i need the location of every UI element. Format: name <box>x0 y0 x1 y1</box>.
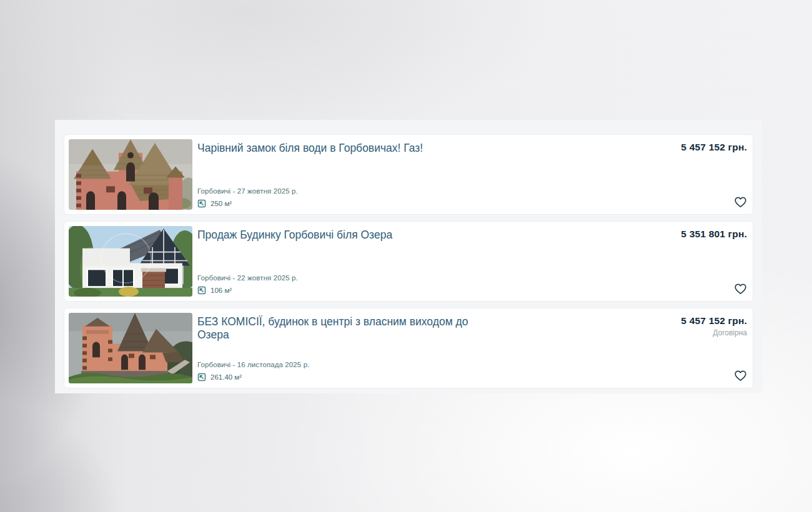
listing-location-date: Горбовичі - 27 жовтня 2025 р. <box>197 187 617 195</box>
listing-area-row: 106 м² <box>197 286 617 295</box>
listing-main: БЕЗ КОМІСІЇ, будинок в центрі з власним … <box>197 313 617 383</box>
listing-title[interactable]: Продаж Будинку Горбовичі біля Озера <box>197 229 491 242</box>
listing-area: 106 м² <box>210 287 232 294</box>
favorite-button[interactable] <box>734 283 747 295</box>
listing-area: 261.40 м² <box>210 373 242 381</box>
negotiable-label <box>681 242 747 243</box>
listing-card[interactable]: БЕЗ КОМІСІЇ, будинок в центрі з власним … <box>64 308 753 388</box>
page-background: { "listings": [ { "title": "Чарівний зам… <box>0 0 812 512</box>
listing-title[interactable]: БЕЗ КОМІСІЇ, будинок в центрі з власним … <box>197 315 491 342</box>
listing-right-col: 5 457 152 грн. Договірна <box>622 313 748 383</box>
listing-location-date: Горбовичі - 22 жовтня 2025 р. <box>197 274 617 282</box>
listing-price: 5 351 801 грн. <box>681 229 747 240</box>
heart-icon <box>734 196 747 209</box>
listings-panel: Чарівний замок біля води в Горбовичах! Г… <box>55 120 762 393</box>
listing-price: 5 457 152 грн. <box>681 142 747 153</box>
listing-price: 5 457 152 грн. <box>681 315 747 327</box>
listing-area-row: 250 м² <box>197 199 617 208</box>
listing-card[interactable]: Продаж Будинку Горбовичі біля Озера Горб… <box>64 221 753 302</box>
negotiable-label: Договірна <box>681 328 747 337</box>
negotiable-label <box>681 155 747 156</box>
pink-castle-photo <box>69 139 192 210</box>
listing-photo[interactable] <box>69 226 192 297</box>
listing-title[interactable]: Чарівний замок біля води в Горбовичах! Г… <box>197 142 491 155</box>
listing-main: Продаж Будинку Горбовичі біля Озера Горб… <box>197 226 617 297</box>
castle-on-hill-photo <box>69 313 192 383</box>
area-icon <box>197 199 206 208</box>
listing-photo[interactable] <box>69 139 192 210</box>
area-icon <box>197 286 206 295</box>
listing-area: 250 м² <box>210 200 232 207</box>
listing-location-date: Горбовичі - 16 листопада 2025 р. <box>197 361 617 368</box>
listing-main: Чарівний замок біля води в Горбовичах! Г… <box>197 139 617 210</box>
listing-photo[interactable] <box>69 313 192 383</box>
favorite-button[interactable] <box>734 196 747 209</box>
listing-right-col: 5 457 152 грн. <box>622 139 748 210</box>
favorite-button[interactable] <box>734 370 747 382</box>
heart-icon <box>734 283 747 295</box>
listing-card[interactable]: Чарівний замок біля води в Горбовичах! Г… <box>64 134 753 215</box>
heart-icon <box>734 370 747 382</box>
listing-right-col: 5 351 801 грн. <box>622 226 748 297</box>
area-icon <box>197 373 206 382</box>
listing-area-row: 261.40 м² <box>197 373 617 382</box>
white-house-photo <box>69 226 192 297</box>
